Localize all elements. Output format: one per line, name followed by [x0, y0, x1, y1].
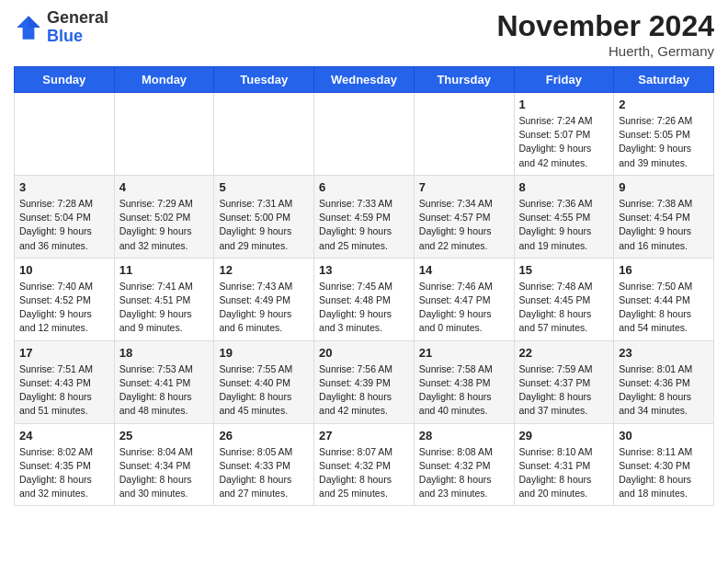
calendar-cell: 15Sunrise: 7:48 AMSunset: 4:45 PMDayligh…: [514, 258, 614, 340]
day-info: Sunrise: 7:38 AMSunset: 4:54 PMDaylight:…: [619, 197, 709, 253]
day-number: 20: [319, 346, 409, 360]
weekday-header: Friday: [514, 67, 614, 93]
day-info: Sunrise: 8:07 AMSunset: 4:32 PMDaylight:…: [319, 445, 409, 501]
calendar-cell: 1Sunrise: 7:24 AMSunset: 5:07 PMDaylight…: [514, 93, 614, 176]
location: Huerth, Germany: [496, 43, 714, 59]
day-info: Sunrise: 7:56 AMSunset: 4:39 PMDaylight:…: [319, 362, 409, 419]
day-info: Sunrise: 7:24 AMSunset: 5:07 PMDaylight:…: [519, 114, 609, 170]
calendar-cell: 19Sunrise: 7:55 AMSunset: 4:40 PMDayligh…: [214, 340, 314, 423]
day-number: 9: [619, 180, 709, 194]
day-number: 18: [119, 346, 210, 360]
weekday-header: Tuesday: [214, 67, 314, 93]
day-number: 4: [119, 180, 210, 194]
day-number: 27: [319, 429, 409, 442]
day-number: 26: [219, 429, 309, 442]
day-number: 22: [519, 346, 609, 360]
day-number: 25: [119, 429, 210, 442]
day-info: Sunrise: 7:58 AMSunset: 4:38 PMDaylight:…: [419, 362, 509, 419]
day-number: 24: [19, 429, 109, 442]
day-info: Sunrise: 7:46 AMSunset: 4:47 PMDaylight:…: [419, 280, 509, 336]
calendar-cell: 8Sunrise: 7:36 AMSunset: 4:55 PMDaylight…: [514, 175, 614, 258]
calendar-cell: 11Sunrise: 7:41 AMSunset: 4:51 PMDayligh…: [114, 258, 214, 340]
calendar-cell: [214, 93, 314, 176]
calendar-cell: 9Sunrise: 7:38 AMSunset: 4:54 PMDaylight…: [614, 175, 714, 258]
day-info: Sunrise: 7:43 AMSunset: 4:49 PMDaylight:…: [219, 280, 309, 336]
day-number: 23: [619, 346, 709, 360]
calendar-cell: 13Sunrise: 7:45 AMSunset: 4:48 PMDayligh…: [314, 258, 415, 340]
logo-text: General Blue: [47, 9, 108, 46]
svg-marker-1: [28, 16, 40, 28]
day-number: 15: [519, 263, 609, 277]
calendar-week-row: 10Sunrise: 7:40 AMSunset: 4:52 PMDayligh…: [15, 258, 714, 340]
day-info: Sunrise: 7:59 AMSunset: 4:37 PMDaylight:…: [519, 362, 609, 419]
calendar-body: 1Sunrise: 7:24 AMSunset: 5:07 PMDaylight…: [15, 93, 714, 506]
day-info: Sunrise: 7:53 AMSunset: 4:41 PMDaylight:…: [119, 362, 210, 419]
day-info: Sunrise: 7:26 AMSunset: 5:05 PMDaylight:…: [619, 114, 709, 170]
day-number: 1: [519, 98, 609, 111]
weekday-header: Monday: [114, 67, 214, 93]
day-number: 3: [19, 180, 109, 194]
weekday-header: Saturday: [614, 67, 714, 93]
calendar-cell: 29Sunrise: 8:10 AMSunset: 4:31 PMDayligh…: [514, 423, 614, 506]
day-number: 14: [419, 263, 509, 277]
calendar-table: SundayMondayTuesdayWednesdayThursdayFrid…: [14, 66, 714, 506]
day-number: 6: [319, 180, 409, 194]
calendar-cell: 23Sunrise: 8:01 AMSunset: 4:36 PMDayligh…: [614, 340, 714, 423]
logo-blue: Blue: [47, 27, 83, 45]
calendar-cell: 26Sunrise: 8:05 AMSunset: 4:33 PMDayligh…: [214, 423, 314, 506]
day-number: 28: [419, 429, 509, 442]
calendar-cell: 6Sunrise: 7:33 AMSunset: 4:59 PMDaylight…: [314, 175, 415, 258]
calendar-cell: 28Sunrise: 8:08 AMSunset: 4:32 PMDayligh…: [414, 423, 514, 506]
calendar-cell: 7Sunrise: 7:34 AMSunset: 4:57 PMDaylight…: [414, 175, 514, 258]
day-number: 7: [419, 180, 509, 194]
day-info: Sunrise: 7:55 AMSunset: 4:40 PMDaylight:…: [219, 362, 309, 419]
day-number: 12: [219, 263, 309, 277]
day-info: Sunrise: 8:10 AMSunset: 4:31 PMDaylight:…: [519, 445, 609, 501]
day-number: 13: [319, 263, 409, 277]
calendar-cell: 27Sunrise: 8:07 AMSunset: 4:32 PMDayligh…: [314, 423, 415, 506]
calendar-cell: 20Sunrise: 7:56 AMSunset: 4:39 PMDayligh…: [314, 340, 415, 423]
calendar-cell: 5Sunrise: 7:31 AMSunset: 5:00 PMDaylight…: [214, 175, 314, 258]
day-number: 29: [519, 429, 609, 442]
day-info: Sunrise: 7:45 AMSunset: 4:48 PMDaylight:…: [319, 280, 409, 336]
logo-general: General: [47, 8, 108, 27]
calendar-week-row: 3Sunrise: 7:28 AMSunset: 5:04 PMDaylight…: [15, 175, 714, 258]
day-number: 5: [219, 180, 309, 194]
calendar-cell: 24Sunrise: 8:02 AMSunset: 4:35 PMDayligh…: [15, 423, 115, 506]
day-info: Sunrise: 8:01 AMSunset: 4:36 PMDaylight:…: [619, 362, 709, 419]
day-info: Sunrise: 7:50 AMSunset: 4:44 PMDaylight:…: [619, 280, 709, 336]
header: General Blue November 2024 Huerth, Germa…: [14, 9, 714, 59]
calendar-week-row: 1Sunrise: 7:24 AMSunset: 5:07 PMDaylight…: [15, 93, 714, 176]
day-number: 2: [619, 98, 709, 111]
day-info: Sunrise: 7:40 AMSunset: 4:52 PMDaylight:…: [19, 280, 109, 336]
weekday-header: Thursday: [414, 67, 514, 93]
day-number: 17: [19, 346, 109, 360]
calendar-cell: [314, 93, 415, 176]
calendar-cell: [114, 93, 214, 176]
day-info: Sunrise: 7:29 AMSunset: 5:02 PMDaylight:…: [119, 197, 210, 253]
day-info: Sunrise: 8:08 AMSunset: 4:32 PMDaylight:…: [419, 445, 509, 501]
day-number: 19: [219, 346, 309, 360]
day-info: Sunrise: 8:11 AMSunset: 4:30 PMDaylight:…: [619, 445, 709, 501]
calendar-week-row: 24Sunrise: 8:02 AMSunset: 4:35 PMDayligh…: [15, 423, 714, 506]
day-info: Sunrise: 8:04 AMSunset: 4:34 PMDaylight:…: [119, 445, 210, 501]
day-info: Sunrise: 7:31 AMSunset: 5:00 PMDaylight:…: [219, 197, 309, 253]
calendar-cell: 2Sunrise: 7:26 AMSunset: 5:05 PMDaylight…: [614, 93, 714, 176]
day-info: Sunrise: 8:02 AMSunset: 4:35 PMDaylight:…: [19, 445, 109, 501]
day-number: 10: [19, 263, 109, 277]
day-info: Sunrise: 7:51 AMSunset: 4:43 PMDaylight:…: [19, 362, 109, 419]
day-number: 8: [519, 180, 609, 194]
day-number: 30: [619, 429, 709, 442]
day-info: Sunrise: 7:41 AMSunset: 4:51 PMDaylight:…: [119, 280, 210, 336]
calendar-cell: 12Sunrise: 7:43 AMSunset: 4:49 PMDayligh…: [214, 258, 314, 340]
day-info: Sunrise: 8:05 AMSunset: 4:33 PMDaylight:…: [219, 445, 309, 501]
calendar-cell: 30Sunrise: 8:11 AMSunset: 4:30 PMDayligh…: [614, 423, 714, 506]
calendar-header: SundayMondayTuesdayWednesdayThursdayFrid…: [15, 67, 714, 93]
day-number: 21: [419, 346, 509, 360]
calendar-cell: 17Sunrise: 7:51 AMSunset: 4:43 PMDayligh…: [15, 340, 115, 423]
calendar-cell: 25Sunrise: 8:04 AMSunset: 4:34 PMDayligh…: [114, 423, 214, 506]
day-info: Sunrise: 7:34 AMSunset: 4:57 PMDaylight:…: [419, 197, 509, 253]
calendar-cell: [414, 93, 514, 176]
calendar-cell: 18Sunrise: 7:53 AMSunset: 4:41 PMDayligh…: [114, 340, 214, 423]
calendar-cell: 16Sunrise: 7:50 AMSunset: 4:44 PMDayligh…: [614, 258, 714, 340]
